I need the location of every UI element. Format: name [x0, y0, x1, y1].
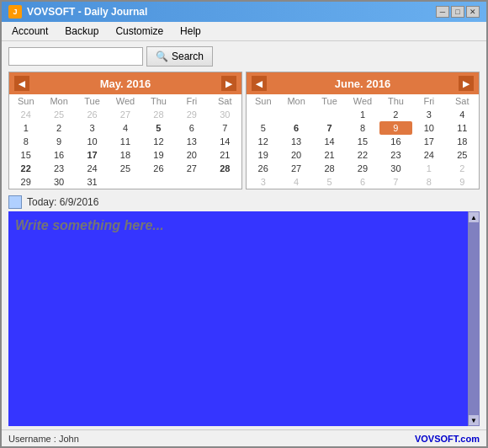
list-item[interactable]: 26 [76, 108, 109, 121]
list-item[interactable]: 17 [412, 135, 445, 148]
toolbar: 🔍 Search [2, 41, 486, 72]
list-item[interactable]: 24 [76, 162, 109, 175]
list-item[interactable]: 25 [446, 148, 479, 162]
menu-backup[interactable]: Backup [58, 24, 105, 39]
list-item[interactable]: 13 [175, 135, 208, 148]
list-item[interactable]: 27 [175, 162, 208, 175]
list-item[interactable]: 5 [247, 121, 279, 135]
search-input[interactable] [8, 47, 143, 66]
list-item[interactable]: 18 [446, 135, 479, 148]
list-item[interactable]: 2 [379, 108, 412, 121]
june-next-button[interactable]: ▶ [459, 76, 474, 91]
list-item[interactable]: 15 [346, 135, 379, 148]
list-item[interactable]: 2 [42, 121, 75, 135]
list-item[interactable]: 18 [109, 148, 141, 162]
june-prev-button[interactable]: ◀ [252, 76, 267, 91]
list-item[interactable]: 28 [209, 162, 241, 175]
list-item[interactable]: 8 [412, 175, 445, 189]
list-item[interactable]: 21 [313, 148, 346, 162]
list-item[interactable]: 27 [279, 162, 312, 175]
list-item[interactable]: 4 [109, 121, 141, 135]
list-item[interactable]: 20 [175, 148, 208, 162]
list-item[interactable]: 24 [9, 108, 42, 121]
list-item[interactable]: 28 [313, 162, 346, 175]
list-item[interactable]: 30 [42, 175, 75, 189]
list-item[interactable]: 16 [379, 135, 412, 148]
list-item[interactable]: 25 [109, 162, 141, 175]
list-item[interactable]: 7 [209, 121, 241, 135]
menu-customize[interactable]: Customize [109, 24, 170, 39]
scroll-down-arrow[interactable]: ▼ [468, 414, 480, 426]
may-next-button[interactable]: ▶ [221, 76, 236, 91]
list-item[interactable]: 22 [346, 148, 379, 162]
list-item[interactable]: 26 [142, 162, 175, 175]
list-item[interactable]: 12 [247, 135, 279, 148]
list-item[interactable]: 6 [175, 121, 208, 135]
list-item[interactable]: 24 [412, 148, 445, 162]
list-item[interactable]: 1 [346, 108, 379, 121]
list-item[interactable]: 19 [142, 148, 175, 162]
may-sat-header: Sat [209, 94, 241, 108]
list-item[interactable]: 4 [279, 175, 312, 189]
list-item[interactable]: 12 [142, 135, 175, 148]
scroll-up-arrow[interactable]: ▲ [468, 211, 480, 223]
scrollbar[interactable]: ▲ ▼ [468, 211, 480, 426]
list-item[interactable]: 29 [175, 108, 208, 121]
username-label: Username : John [8, 434, 79, 444]
list-item[interactable]: 30 [379, 162, 412, 175]
list-item[interactable]: 4 [446, 108, 479, 121]
today-cell[interactable]: 9 [379, 121, 412, 135]
list-item[interactable]: 14 [209, 135, 241, 148]
list-item[interactable]: 23 [379, 148, 412, 162]
journal-textarea[interactable] [8, 211, 480, 426]
list-item[interactable]: 6 [346, 175, 379, 189]
list-item[interactable]: 21 [209, 148, 241, 162]
menu-account[interactable]: Account [5, 24, 55, 39]
list-item[interactable]: 19 [247, 148, 279, 162]
list-item[interactable]: 23 [42, 162, 75, 175]
list-item[interactable]: 16 [42, 148, 75, 162]
menu-help[interactable]: Help [173, 24, 208, 39]
list-item[interactable]: 29 [346, 162, 379, 175]
list-item[interactable]: 6 [279, 121, 312, 135]
list-item[interactable]: 9 [42, 135, 75, 148]
list-item[interactable]: 22 [9, 162, 42, 175]
list-item[interactable]: 28 [142, 108, 175, 121]
close-button[interactable]: ✕ [466, 6, 480, 18]
list-item[interactable]: 15 [9, 148, 42, 162]
search-button[interactable]: 🔍 Search [146, 46, 213, 67]
list-item[interactable]: 10 [412, 121, 445, 135]
list-item[interactable]: 30 [209, 108, 241, 121]
list-item[interactable]: 2 [446, 162, 479, 175]
maximize-button[interactable]: □ [451, 6, 464, 18]
list-item[interactable]: 8 [9, 135, 42, 148]
list-item[interactable]: 11 [446, 121, 479, 135]
list-item[interactable]: 8 [346, 121, 379, 135]
list-item[interactable]: 31 [76, 175, 109, 189]
list-item[interactable]: 17 [76, 148, 109, 162]
list-item[interactable]: 1 [9, 121, 42, 135]
list-item[interactable]: 20 [279, 148, 312, 162]
list-item[interactable]: 3 [76, 121, 109, 135]
brand-label: VOVSOFT.com [415, 434, 480, 444]
minimize-button[interactable]: ─ [436, 6, 449, 18]
list-item[interactable]: 3 [412, 108, 445, 121]
list-item[interactable]: 10 [76, 135, 109, 148]
list-item[interactable]: 5 [142, 121, 175, 135]
list-item[interactable]: 1 [412, 162, 445, 175]
scroll-track[interactable] [468, 223, 480, 414]
list-item[interactable]: 7 [379, 175, 412, 189]
list-item[interactable]: 14 [313, 135, 346, 148]
list-item[interactable]: 29 [9, 175, 42, 189]
list-item[interactable]: 5 [313, 175, 346, 189]
list-item[interactable]: 9 [446, 175, 479, 189]
list-item[interactable]: 13 [279, 135, 312, 148]
list-item[interactable]: 26 [247, 162, 279, 175]
may-prev-button[interactable]: ◀ [14, 76, 29, 91]
list-item[interactable]: 7 [313, 121, 346, 135]
list-item[interactable]: 25 [42, 108, 75, 121]
list-item[interactable]: 3 [247, 175, 279, 189]
app-icon: J [8, 5, 22, 19]
list-item[interactable]: 11 [109, 135, 141, 148]
list-item[interactable]: 27 [109, 108, 141, 121]
